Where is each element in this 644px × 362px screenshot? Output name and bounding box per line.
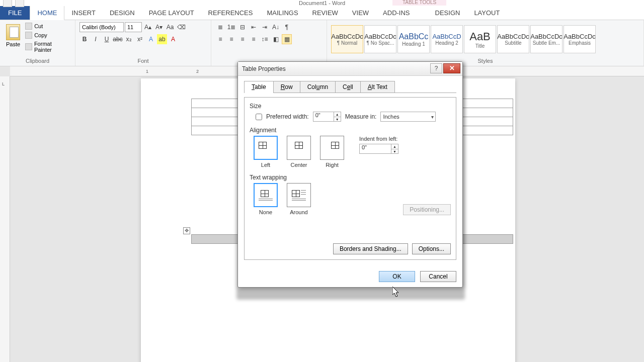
increase-indent-icon[interactable]: ⇥ (260, 22, 270, 32)
sort-icon[interactable]: A↓ (271, 22, 281, 32)
style-item-1[interactable]: AaBbCcDc¶ No Spac... (364, 25, 396, 53)
font-name-select[interactable] (79, 22, 124, 32)
dialog-tab-row[interactable]: Row (273, 81, 300, 93)
dialog-tab-cell[interactable]: Cell (335, 81, 361, 93)
alignment-right-label: Right (326, 162, 339, 168)
align-center-icon[interactable]: ≡ (226, 34, 236, 44)
dialog-panel: Size Preferred width: 0" ▲▼ Measure in: … (244, 97, 456, 260)
clipboard-group-label: Clipboard (4, 57, 71, 64)
text-effects-icon[interactable]: A (146, 34, 156, 44)
ribbon: Paste Cut Copy Format Painter Clipboard … (0, 20, 644, 66)
align-right-icon[interactable]: ≡ (237, 34, 248, 44)
borders-shading-button[interactable]: Borders and Shading... (333, 243, 408, 254)
cancel-button[interactable]: Cancel (420, 271, 456, 282)
dialog-titlebar[interactable]: Table Properties ? ✕ (238, 62, 462, 76)
copy-button[interactable]: Copy (24, 31, 71, 39)
show-marks-icon[interactable]: ¶ (282, 22, 292, 32)
save-icon[interactable] (3, 0, 12, 7)
tab-references[interactable]: REFERENCES (201, 6, 260, 20)
dialog-help-button[interactable]: ? (430, 63, 442, 73)
style-item-0[interactable]: AaBbCcDc¶ Normal (331, 25, 363, 53)
dialog-tabs: Table Row Column Cell Alt Text (244, 81, 456, 93)
table-move-handle-icon[interactable]: ✥ (183, 227, 190, 234)
file-tab[interactable]: FILE (0, 6, 30, 20)
alignment-section-label: Alignment (250, 127, 451, 134)
font-color-icon[interactable]: A (168, 34, 178, 44)
tab-pagelayout[interactable]: PAGE LAYOUT (142, 6, 201, 20)
align-left-icon[interactable]: ≡ (215, 34, 225, 44)
shading-icon[interactable]: ◧ (271, 34, 281, 44)
alignment-right-option[interactable] (320, 136, 344, 160)
wrapping-around-option[interactable] (287, 183, 311, 207)
alignment-center-option[interactable] (287, 136, 311, 160)
bold-button[interactable]: B (79, 34, 90, 44)
justify-icon[interactable]: ≡ (249, 34, 259, 44)
app-title: Document1 - Word (299, 0, 345, 6)
highlight-icon[interactable]: ab (157, 34, 167, 44)
format-painter-button[interactable]: Format Painter (24, 40, 71, 53)
borders-icon[interactable]: ▦ (282, 34, 292, 44)
tab-design[interactable]: DESIGN (103, 6, 142, 20)
wrapping-around-label: Around (290, 209, 307, 215)
style-item-6[interactable]: AaBbCcDcSubtle Em... (530, 25, 562, 53)
indent-from-left-input[interactable]: 0" ▲▼ (359, 144, 398, 154)
ruler-mark: 1 (146, 69, 148, 74)
copy-icon (25, 32, 32, 39)
spin-down-icon[interactable]: ▼ (391, 149, 398, 154)
alignment-left-option[interactable] (254, 136, 278, 160)
ok-button[interactable]: OK (379, 271, 415, 282)
styles-gallery[interactable]: AaBbCcDc¶ NormalAaBbCcDc¶ No Spac...AaBb… (331, 22, 639, 56)
tab-review[interactable]: REVIEW (305, 6, 345, 20)
dialog-close-button[interactable]: ✕ (443, 63, 460, 73)
tab-home[interactable]: HOME (30, 6, 64, 20)
tab-insert[interactable]: INSERT (64, 6, 102, 20)
paste-button[interactable]: Paste (4, 22, 22, 49)
font-group-label: Font (79, 57, 207, 64)
italic-button[interactable]: I (91, 34, 101, 44)
preferred-width-checkbox[interactable] (256, 114, 262, 120)
spin-down-icon[interactable]: ▼ (334, 117, 341, 122)
dialog-tab-alttext[interactable]: Alt Text (360, 81, 395, 93)
superscript-button[interactable]: x² (135, 34, 145, 44)
options-button[interactable]: Options... (412, 243, 451, 254)
decrease-indent-icon[interactable]: ⇤ (249, 22, 259, 32)
measure-in-label: Measure in: (345, 113, 377, 120)
multilevel-icon[interactable]: ⊟ (237, 22, 248, 32)
spin-up-icon[interactable]: ▲ (391, 144, 398, 149)
undo-icon[interactable] (15, 0, 24, 7)
tab-tabletools-design[interactable]: DESIGN (428, 6, 467, 20)
line-spacing-icon[interactable]: ↕≡ (260, 34, 270, 44)
spin-up-icon[interactable]: ▲ (334, 112, 341, 117)
strike-button[interactable]: abc (113, 34, 123, 44)
preferred-width-input[interactable]: 0" ▲▼ (313, 112, 341, 122)
tab-tabletools-layout[interactable]: LAYOUT (467, 6, 507, 20)
paste-icon (6, 24, 20, 40)
clear-format-icon[interactable]: ⌫ (176, 22, 186, 32)
tab-view[interactable]: VIEW (345, 6, 376, 20)
indent-from-left-label: Indent from left: (359, 136, 398, 142)
style-item-3[interactable]: AaBbCcDHeading 2 (431, 25, 463, 53)
alignment-center-label: Center (290, 162, 307, 168)
change-case-icon[interactable]: Aa (165, 22, 175, 32)
underline-button[interactable]: U (102, 34, 112, 44)
format-painter-icon (25, 43, 32, 50)
numbering-icon[interactable]: 1≣ (226, 22, 236, 32)
shrink-font-icon[interactable]: A▾ (154, 22, 164, 32)
style-item-5[interactable]: AaBbCcDcSubtitle (497, 25, 529, 53)
size-section-label: Size (250, 103, 451, 110)
measure-in-select[interactable]: Inches (380, 112, 436, 122)
style-item-4[interactable]: AaBTitle (464, 25, 496, 53)
bullets-icon[interactable]: ≣ (215, 22, 225, 32)
style-item-7[interactable]: AaBbCcDcEmphasis (564, 25, 596, 53)
subscript-button[interactable]: x₂ (124, 34, 134, 44)
dialog-tab-column[interactable]: Column (300, 81, 336, 93)
quick-access-toolbar (3, 0, 24, 7)
grow-font-icon[interactable]: A▴ (143, 22, 153, 32)
style-item-2[interactable]: AaBbCcHeading 1 (397, 25, 430, 53)
font-size-select[interactable] (125, 22, 142, 32)
wrapping-none-option[interactable] (254, 183, 278, 207)
dialog-tab-table[interactable]: Table (244, 81, 274, 93)
tab-addins[interactable]: ADD-INS (376, 6, 417, 20)
cut-button[interactable]: Cut (24, 22, 71, 30)
tab-mailings[interactable]: MAILINGS (260, 6, 305, 20)
